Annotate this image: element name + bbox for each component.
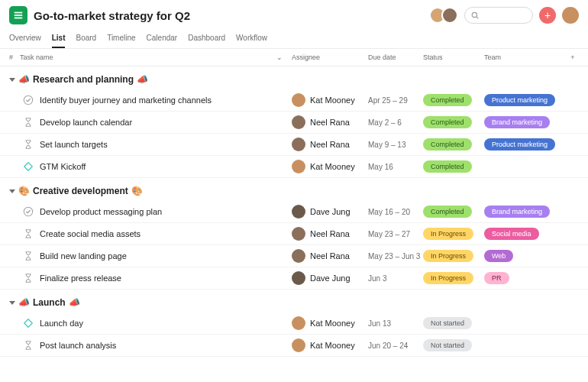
task-cell[interactable]: Set launch targets [9,139,292,150]
self-avatar[interactable] [562,7,579,24]
assignee-cell[interactable]: Neel Rana [292,227,368,241]
task-cell[interactable]: Post launch analysis [9,340,292,351]
task-cell[interactable]: Develop launch calendar [9,117,292,128]
svg-rect-2 [15,18,23,19]
team-cell[interactable]: PR [484,272,567,284]
due-cell[interactable]: May 23 – Jun 3 [368,252,423,261]
assignee-cell[interactable]: Neel Rana [292,115,368,129]
task-row[interactable]: Build new landing pageNeel RanaMay 23 – … [0,245,588,267]
task-cell[interactable]: GTM Kickoff [9,161,292,172]
tab-dashboard[interactable]: Dashboard [188,31,225,48]
assignee-avatar [292,160,305,173]
due-cell[interactable]: May 2 – 6 [368,118,423,127]
team-cell[interactable]: Product marketing [484,94,567,106]
assignee-avatar [292,205,305,219]
task-row[interactable]: Create social media assetsNeel RanaMay 2… [0,223,588,245]
section-title: Research and planning [33,74,134,85]
section-title: Creative development [33,186,128,196]
tab-workflow[interactable]: Workflow [236,31,267,48]
due-cell[interactable]: May 16 – 20 [368,208,423,216]
task-cell[interactable]: Build new landing page [9,251,292,261]
caret-down-icon [9,301,15,305]
tab-timeline[interactable]: Timeline [107,31,135,48]
assignee-cell[interactable]: Kat Mooney [292,160,368,173]
assignee-cell[interactable]: Neel Rana [292,249,368,263]
col-status[interactable]: Status [423,53,484,61]
task-row[interactable]: Develop launch calendarNeel RanaMay 2 – … [0,112,588,134]
section-header[interactable]: 🎨Creative development🎨 [0,178,588,201]
assignee-cell[interactable]: Kat Mooney [292,93,368,107]
due-cell[interactable]: Jun 3 [368,274,423,283]
task-cell[interactable]: Finalize press release [9,273,292,283]
team-cell[interactable]: Brand marketing [484,116,567,128]
assignee-cell[interactable]: Dave Jung [292,271,368,285]
status-pill: Completed [423,160,472,173]
col-due[interactable]: Due date [368,53,423,61]
team-cell[interactable]: Social media [484,228,567,240]
task-name: Build new landing page [40,251,127,261]
task-cell[interactable]: Develop product messaging plan [9,206,292,217]
status-pill: Not started [423,339,472,351]
tab-overview[interactable]: Overview [9,31,41,48]
due-cell[interactable]: May 16 [368,163,423,171]
team-cell[interactable]: Brand marketing [484,206,567,218]
task-cell[interactable]: Launch day [9,318,292,329]
team-pill: Product marketing [484,94,555,106]
task-row[interactable]: GTM KickoffKat MooneyMay 16Completed [0,156,588,178]
due-cell[interactable]: Apr 25 – 29 [368,96,423,105]
status-pill: Not started [423,317,472,329]
col-assignee[interactable]: Assignee [292,53,368,61]
task-row[interactable]: Set launch targetsNeel RanaMay 9 – 13Com… [0,134,588,156]
col-task[interactable]: Task name ⌄ [20,53,292,61]
task-row[interactable]: Identify buyer journey and marketing cha… [0,89,588,112]
status-cell[interactable]: Completed [423,94,484,106]
team-cell[interactable]: Web [484,250,567,262]
due-cell[interactable]: Jun 13 [368,319,423,328]
task-name: Post launch analysis [40,341,116,350]
status-pill: In Progress [423,250,473,262]
status-cell[interactable]: In Progress [423,228,484,240]
section-emoji: 🎨 [131,186,143,196]
team-pill: Brand marketing [484,116,550,128]
due-cell[interactable]: May 23 – 27 [368,230,423,238]
assignee-cell[interactable]: Kat Mooney [292,316,368,330]
status-cell[interactable]: Completed [423,138,484,151]
tab-board[interactable]: Board [76,31,96,48]
hourglass-icon [23,228,34,239]
task-row[interactable]: Launch dayKat MooneyJun 13Not started [0,312,588,335]
search-input[interactable] [464,7,533,24]
section-emoji: 🎨 [18,186,30,196]
task-cell[interactable]: Create social media assets [9,228,292,239]
tab-list[interactable]: List [52,31,66,48]
assignee-cell[interactable]: Dave Jung [292,205,368,219]
assignee-cell[interactable]: Neel Rana [292,138,368,151]
status-cell[interactable]: Completed [423,116,484,128]
task-list: 📣Research and planning📣Identify buyer jo… [0,66,588,357]
status-cell[interactable]: In Progress [423,250,484,262]
col-team[interactable]: Team [484,53,567,61]
add-column-button[interactable]: + [567,53,579,61]
due-cell[interactable]: May 9 – 13 [368,141,423,149]
status-cell[interactable]: Completed [423,206,484,218]
section-title: Launch [33,297,66,308]
task-row[interactable]: Post launch analysisKat MooneyJun 20 – 2… [0,335,588,357]
avatar[interactable] [441,7,458,24]
add-button[interactable]: + [539,7,556,24]
task-row[interactable]: Develop product messaging planDave JungM… [0,201,588,223]
status-cell[interactable]: Not started [423,317,484,329]
status-cell[interactable]: Not started [423,339,484,351]
due-cell[interactable]: Jun 20 – 24 [368,342,423,350]
member-avatars[interactable] [434,7,458,24]
project-logo[interactable] [9,6,27,24]
team-cell[interactable]: Product marketing [484,138,567,151]
status-pill: Completed [423,206,472,218]
assignee-cell[interactable]: Kat Mooney [292,338,368,352]
status-cell[interactable]: In Progress [423,272,484,284]
status-cell[interactable]: Completed [423,160,484,173]
team-pill: Web [484,250,513,262]
task-row[interactable]: Finalize press releaseDave JungJun 3In P… [0,267,588,290]
section-header[interactable]: 📣Launch📣 [0,290,588,312]
section-header[interactable]: 📣Research and planning📣 [0,66,588,89]
task-cell[interactable]: Identify buyer journey and marketing cha… [9,95,292,105]
tab-calendar[interactable]: Calendar [147,31,178,48]
